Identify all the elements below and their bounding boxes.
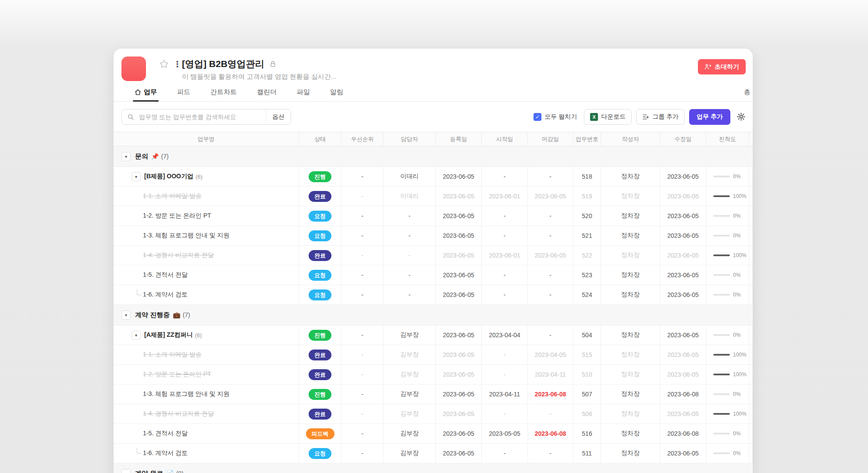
- task-row[interactable]: 1-1. 소개 이메일 발송완료-김부장2023-06-05-2023-04-0…: [114, 345, 753, 365]
- status-badge[interactable]: 요청: [309, 448, 331, 459]
- progress-cell: 0%: [706, 285, 749, 304]
- priority-cell-text: -: [361, 450, 363, 457]
- invite-button[interactable]: 초대하기: [698, 59, 746, 74]
- status-badge[interactable]: 피드백: [306, 428, 334, 439]
- task-row[interactable]: ▾[B제품] OOO기업(6)진행-이대리2023-06-05--518정차장2…: [114, 167, 753, 187]
- status-badge[interactable]: 완료: [309, 349, 331, 360]
- search-options-button[interactable]: 옵션: [266, 109, 291, 124]
- start-date-cell: -: [482, 285, 528, 304]
- progress-bar: [713, 334, 730, 336]
- task-name-cell: 1-4. 경쟁사 비교자료 전달: [114, 404, 299, 424]
- tab-bar: 업무 피드 간트차트 캘린더 파일 알림 총 : 21: [114, 83, 753, 102]
- task-name: 1-4. 경쟁사 비교자료 전달: [143, 410, 214, 418]
- status-badge[interactable]: 요청: [309, 270, 331, 281]
- progress-bar: [713, 393, 730, 395]
- favorite-star-icon[interactable]: [159, 59, 169, 69]
- settings-gear-icon[interactable]: [736, 112, 746, 121]
- task-number-cell: 516: [573, 424, 601, 443]
- add-task-button[interactable]: 업무 추가: [689, 109, 730, 125]
- add-group-button[interactable]: 그룹 추가: [636, 109, 685, 125]
- task-row[interactable]: ▾[A제품] ZZ컴퍼니(6)진행-김부장2023-06-052023-04-0…: [114, 325, 753, 345]
- due-date-cell-text: 2023-06-05: [535, 193, 566, 200]
- start-date-cell-text: -: [504, 351, 506, 358]
- status-badge[interactable]: 진행: [309, 171, 331, 182]
- assignee-cell: 김부장: [384, 404, 436, 424]
- registered-date-cell: 2023-06-05: [436, 404, 482, 424]
- task-number-cell-text: 510: [582, 371, 592, 378]
- task-row[interactable]: 1-5. 견적서 전달피드백-김부장2023-06-052023-05-0520…: [114, 424, 753, 444]
- registered-date-cell-text: 2023-06-05: [443, 212, 474, 219]
- download-button[interactable]: X 다운로드: [584, 109, 632, 125]
- tab-gantt[interactable]: 간트차트: [210, 83, 237, 101]
- group-collapsed-toggle-icon[interactable]: ▸: [121, 469, 131, 473]
- progress-label: 0%: [733, 292, 740, 298]
- task-row[interactable]: 1-2. 방문 또는 온라인 PT요청--2023-06-05--520정차장2…: [114, 206, 753, 226]
- tab-tasks[interactable]: 업무: [135, 83, 157, 101]
- tab-feed[interactable]: 피드: [177, 83, 190, 101]
- status-cell: 요청: [299, 285, 342, 304]
- status-badge[interactable]: 요청: [309, 211, 331, 222]
- tab-calendar[interactable]: 캘린더: [257, 83, 277, 101]
- task-row[interactable]: 1-1. 소개 이메일 발송완료-이대리2023-06-052023-06-01…: [114, 187, 753, 206]
- modified-date-cell: 2023-06-05: [660, 404, 706, 424]
- task-row[interactable]: 1-3. 체험 프로그램 안내 및 지원진행-김부장2023-06-052023…: [114, 385, 753, 404]
- status-badge[interactable]: 요청: [309, 289, 331, 300]
- group-expanded-toggle-icon[interactable]: ▾: [121, 152, 131, 161]
- task-row[interactable]: 1-6. 계약서 검토요청--2023-06-05--524정차장2023-06…: [114, 285, 753, 305]
- task-row[interactable]: 1-4. 경쟁사 비교자료 전달완료--2023-06-052023-06-01…: [114, 246, 753, 265]
- group-count: (7): [161, 153, 168, 160]
- row-expand-toggle-icon[interactable]: ▾: [132, 172, 141, 181]
- priority-cell-text: -: [361, 212, 363, 219]
- due-date-cell: -: [528, 285, 573, 304]
- status-badge[interactable]: 완료: [309, 191, 331, 202]
- modified-date-cell-text: 2023-06-05: [667, 351, 699, 358]
- progress-bar: [713, 433, 730, 434]
- task-row[interactable]: 1-3. 체험 프로그램 안내 및 지원요청--2023-06-05--521정…: [114, 226, 753, 246]
- search-input[interactable]: [138, 113, 266, 121]
- progress-bar: [713, 215, 730, 217]
- task-row[interactable]: 1-2. 방문 또는 온라인 PT완료-김부장2023-06-05-2023-0…: [114, 365, 753, 385]
- modified-date-cell: 2023-06-08: [660, 424, 706, 443]
- status-badge[interactable]: 완료: [309, 409, 331, 420]
- more-menu-icon[interactable]: ⋮: [173, 60, 178, 68]
- status-badge[interactable]: 진행: [309, 330, 331, 341]
- author-cell: 정차장: [601, 325, 660, 345]
- toolbar: 옵션 ✓ 모두 펼치기 X 다운로드 그룹 추가 업무 추가: [114, 102, 753, 132]
- start-date-cell-text: -: [504, 291, 506, 298]
- project-header: ⋮ [영업] B2B영업관리 이 템플릿을 활용하여 고객사별 영업 현황을 실…: [114, 49, 753, 81]
- group-expanded-toggle-icon[interactable]: ▾: [121, 311, 131, 320]
- task-row[interactable]: 1-5. 견적서 전달요청--2023-06-05--523정차장2023-06…: [114, 265, 753, 285]
- status-badge[interactable]: 완료: [309, 250, 331, 261]
- group-row[interactable]: ▾문의📌(7): [114, 146, 753, 167]
- author-cell: 정차장: [601, 444, 660, 463]
- lock-icon: [270, 61, 276, 67]
- status-badge[interactable]: 요청: [309, 230, 331, 241]
- tab-files[interactable]: 파일: [297, 83, 310, 101]
- task-row[interactable]: 1-6. 계약서 검토요청-김부장2023-06-05--511정차장2023-…: [114, 444, 753, 463]
- task-number-cell-text: 524: [582, 291, 592, 298]
- task-name: 1-6. 계약서 검토: [143, 449, 188, 457]
- task-row[interactable]: 1-4. 경쟁사 비교자료 전달완료-김부장2023-06-05--506정차장…: [114, 404, 753, 424]
- group-name: 문의: [135, 152, 148, 161]
- add-group-label: 그룹 추가: [652, 113, 679, 121]
- registered-date-cell: 2023-06-05: [436, 246, 482, 265]
- status-badge[interactable]: 완료: [309, 369, 331, 380]
- status-cell: 진행: [299, 325, 342, 345]
- modified-date-cell: 2023-06-05: [660, 167, 706, 186]
- row-expand-toggle-icon[interactable]: ▾: [132, 331, 141, 340]
- priority-cell: -: [342, 444, 384, 463]
- task-number-cell: 519: [573, 187, 601, 206]
- group-row[interactable]: ▸계약 완료📄(0): [114, 463, 753, 473]
- priority-cell-text: -: [361, 371, 363, 378]
- registered-date-cell-text: 2023-06-05: [443, 232, 474, 239]
- author-cell-text: 정차장: [621, 192, 640, 200]
- task-name: [A제품] ZZ컴퍼니: [144, 331, 192, 339]
- due-date-cell: -: [528, 167, 573, 186]
- page-subtitle: 이 템플릿을 활용하여 고객사별 영업 현황을 실시간...: [182, 73, 337, 81]
- status-badge[interactable]: 진행: [309, 389, 331, 400]
- tab-alerts[interactable]: 알림: [330, 83, 343, 101]
- assignee-cell-text: 김부장: [400, 449, 419, 457]
- expand-all-toggle[interactable]: ✓ 모두 펼치기: [534, 113, 577, 121]
- group-row[interactable]: ▾계약 진행중💼(7): [114, 305, 753, 325]
- start-date-cell: -: [482, 345, 528, 364]
